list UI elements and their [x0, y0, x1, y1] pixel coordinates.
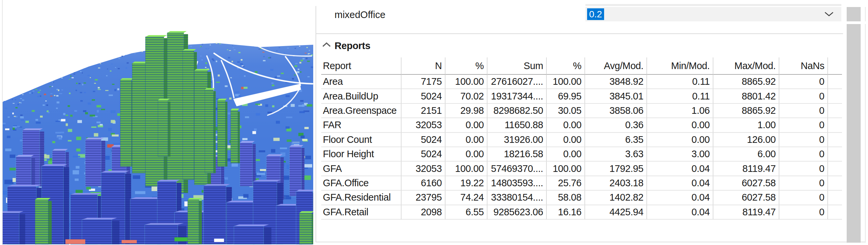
header-cell: Max/Mod. — [713, 57, 779, 75]
table-cell: 7175 — [402, 75, 445, 89]
row-spacer — [828, 75, 842, 89]
chevron-down-icon[interactable] — [824, 11, 834, 17]
scrollbar-top[interactable] — [847, 7, 861, 21]
table-cell: 1.00 — [713, 118, 779, 133]
header-spacer — [828, 57, 842, 75]
table-cell: 6160 — [402, 176, 445, 191]
table-cell: 32053 — [402, 162, 445, 176]
row-spacer — [828, 118, 842, 133]
table-cell: 3.00 — [647, 147, 713, 162]
row-spacer — [828, 176, 842, 191]
reports-table: ReportN%Sum%Avg/Mod.Min/Mod.Max/Mod.NaNs… — [321, 57, 842, 220]
table-cell: 4425.94 — [585, 205, 647, 220]
table-cell: 0.00 — [445, 147, 488, 162]
table-cell: GFA.Retail — [321, 205, 402, 220]
scrollbar-main[interactable] — [847, 24, 861, 243]
table-cell: 8119.47 — [713, 162, 779, 176]
table-cell: 8119.47 — [713, 205, 779, 220]
table-cell: 1.06 — [647, 104, 713, 118]
table-cell: 0 — [779, 89, 828, 104]
header-cell: N — [402, 57, 445, 75]
table-cell: 5024 — [402, 147, 445, 162]
table-cell: 29.98 — [445, 104, 488, 118]
header-cell: % — [445, 57, 488, 75]
header-cell: Avg/Mod. — [585, 57, 647, 75]
table-cell: 0 — [779, 162, 828, 176]
table-cell: 5024 — [402, 89, 445, 104]
table-cell: 0.00 — [647, 133, 713, 147]
table-cell: 0 — [779, 118, 828, 133]
table-cell: 3848.92 — [585, 75, 647, 89]
table-cell: 0.04 — [647, 191, 713, 205]
3d-viewport[interactable] — [3, 0, 313, 245]
table-cell: 0 — [779, 176, 828, 191]
table-cell: 0.36 — [585, 118, 647, 133]
header-cell: Sum — [488, 57, 547, 75]
table-cell: 6.35 — [585, 133, 647, 147]
table-cell: 0.00 — [547, 133, 585, 147]
chevron-up-icon[interactable] — [322, 42, 331, 47]
table-cell: 0 — [779, 147, 828, 162]
panel-right-border-main — [865, 24, 866, 243]
table-cell: 8298682.50 — [488, 104, 547, 118]
table-cell: 6.55 — [445, 205, 488, 220]
app-window: mixedOffice 0.2 Reports ReportN%Sum%Avg/… — [0, 0, 868, 245]
header-cell: NaNs — [779, 57, 828, 75]
city-render — [3, 0, 313, 245]
table-cell: 9285623.06 — [488, 205, 547, 220]
table-cell: 8865.92 — [713, 75, 779, 89]
table-cell: 0.04 — [647, 205, 713, 220]
table-cell: 19317344.... — [488, 89, 547, 104]
table-cell: 0 — [779, 133, 828, 147]
table-cell: 69.95 — [547, 89, 585, 104]
table-cell: 58.08 — [547, 191, 585, 205]
table-cell: 30.05 — [547, 104, 585, 118]
table-cell: Floor Count — [321, 133, 402, 147]
table-cell: Area.Greenspace — [321, 104, 402, 118]
table-cell: 3.63 — [585, 147, 647, 162]
table-cell: GFA.Residential — [321, 191, 402, 205]
table-cell: 0.00 — [445, 133, 488, 147]
table-cell: 11650.88 — [488, 118, 547, 133]
reports-title: Reports — [335, 37, 370, 54]
table-cell: 6.00 — [713, 147, 779, 162]
parameter-value-combobox[interactable]: 0.2 — [585, 7, 841, 21]
table-cell: 2098 — [402, 205, 445, 220]
table-cell: Floor Height — [321, 147, 402, 162]
row-spacer — [828, 104, 842, 118]
table-cell: 3858.06 — [585, 104, 647, 118]
viewport-left-edge — [2, 0, 3, 245]
table-cell: 2151 — [402, 104, 445, 118]
table-cell: 6027.58 — [713, 176, 779, 191]
parameter-value-selected[interactable]: 0.2 — [587, 8, 604, 20]
table-cell: 32053 — [402, 118, 445, 133]
table-cell: 33380154.... — [488, 191, 547, 205]
table-cell: Area — [321, 75, 402, 89]
row-spacer — [828, 191, 842, 205]
table-cell: 14803593.... — [488, 176, 547, 191]
reports-section-header[interactable]: Reports — [320, 37, 460, 54]
table-cell: 57469370.... — [488, 162, 547, 176]
table-cell: 0.11 — [647, 89, 713, 104]
combobox-top-strip — [585, 4, 841, 6]
table-cell: 100.00 — [445, 162, 488, 176]
table-cell: 23795 — [402, 191, 445, 205]
section-divider — [315, 33, 843, 34]
table-cell: 16.16 — [547, 205, 585, 220]
table-cell: 100.00 — [547, 75, 585, 89]
table-cell: 0 — [779, 75, 828, 89]
panel-left-border — [315, 6, 316, 242]
table-cell: 6027.58 — [713, 191, 779, 205]
table-cell: 100.00 — [445, 75, 488, 89]
table-cell: 19.22 — [445, 176, 488, 191]
table-cell: 8801.42 — [713, 89, 779, 104]
table-cell: 0.00 — [647, 118, 713, 133]
table-cell: 100.00 — [547, 162, 585, 176]
table-cell: FAR — [321, 118, 402, 133]
table-cell: 0 — [779, 104, 828, 118]
row-spacer — [828, 89, 842, 104]
table-cell: 0.00 — [547, 147, 585, 162]
table-cell: 1792.95 — [585, 162, 647, 176]
table-cell: 3845.01 — [585, 89, 647, 104]
table-cell: 0 — [779, 205, 828, 220]
